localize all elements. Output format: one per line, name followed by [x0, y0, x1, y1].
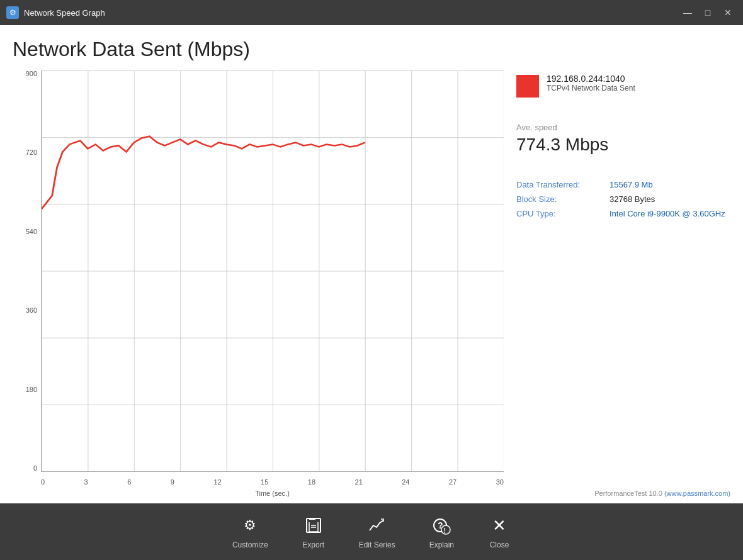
svg-rect-1	[309, 518, 315, 520]
minimize-button[interactable]: —	[679, 5, 696, 20]
legend-title: 192.168.0.244:1040	[547, 74, 635, 84]
stat-label-block-size: Block Size:	[516, 194, 604, 204]
y-axis: 0 180 360 540 720 900	[13, 70, 41, 472]
stat-label-cpu-type: CPU Type:	[516, 209, 604, 218]
svg-text:!: !	[444, 527, 446, 534]
stat-label-data-transferred: Data Transferred:	[516, 180, 604, 189]
close-icon: ✕	[488, 514, 511, 537]
window-close-button[interactable]: ✕	[719, 5, 737, 20]
x-label-6: 6	[127, 478, 131, 486]
stat-value-block-size: 32768 Bytes	[610, 194, 655, 204]
export-button[interactable]: Export	[295, 509, 332, 554]
x-label-27: 27	[449, 478, 457, 486]
y-label-540: 540	[13, 228, 41, 235]
x-axis-title: Time (sec.)	[41, 490, 504, 497]
x-label-0: 0	[41, 478, 45, 486]
right-panel: 192.168.0.244:1040 TCPv4 Network Data Se…	[516, 70, 730, 497]
x-label-18: 18	[308, 478, 315, 486]
stat-row-data-transferred: Data Transferred: 15567.9 Mb	[516, 180, 730, 189]
stat-value-cpu-type: Intel Core i9-9900K @ 3.60GHz	[610, 209, 725, 218]
main-content: Network Data Sent (Mbps) 0 180 360 540 7…	[0, 25, 743, 503]
explain-icon: ? !	[430, 514, 453, 537]
stats-section: Data Transferred: 15567.9 Mb Block Size:…	[516, 180, 730, 218]
stat-value-data-transferred: 15567.9 Mb	[610, 180, 653, 189]
edit-series-label: Edit Series	[359, 540, 395, 549]
customize-button[interactable]: ⚙ Customize	[225, 509, 276, 554]
explain-button[interactable]: ? ! Explain	[422, 509, 462, 554]
y-label-0: 0	[13, 465, 41, 472]
chart-container	[41, 70, 504, 472]
x-axis: 0 3 6 9 12 15 18 21 24 27 30	[41, 478, 504, 486]
x-label-3: 3	[84, 478, 88, 486]
footer-text: PerformanceTest 10.0 (www.passmark.com)	[516, 486, 730, 497]
legend-subtitle: TCPv4 Network Data Sent	[547, 84, 635, 92]
customize-label: Customize	[232, 540, 268, 549]
stat-row-block-size: Block Size: 32768 Bytes	[516, 194, 730, 204]
footer-link[interactable]: (www.passmark.com)	[664, 490, 730, 497]
avg-speed-section: Ave. speed 774.3 Mbps	[516, 123, 730, 155]
page-title: Network Data Sent (Mbps)	[13, 38, 730, 61]
avg-speed-label: Ave. speed	[516, 123, 730, 132]
chart-svg	[42, 70, 504, 471]
close-button[interactable]: ✕ Close	[480, 509, 518, 554]
x-label-9: 9	[171, 478, 174, 486]
export-icon	[302, 514, 325, 537]
window-controls: — □ ✕	[679, 5, 737, 20]
chart-area: 0 180 360 540 720 900	[13, 70, 504, 497]
maximize-button[interactable]: □	[699, 5, 717, 20]
edit-series-icon	[366, 514, 389, 537]
footer-product: PerformanceTest 10.0	[594, 490, 662, 497]
window-title: Network Speed Graph	[24, 8, 679, 18]
y-label-360: 360	[13, 307, 41, 314]
y-label-900: 900	[13, 70, 41, 77]
stat-row-cpu-type: CPU Type: Intel Core i9-9900K @ 3.60GHz	[516, 209, 730, 218]
avg-speed-value: 774.3 Mbps	[516, 135, 730, 155]
legend-text: 192.168.0.244:1040 TCPv4 Network Data Se…	[547, 74, 635, 92]
edit-series-button[interactable]: Edit Series	[351, 509, 403, 554]
content-row: 0 180 360 540 720 900	[13, 70, 730, 497]
x-label-24: 24	[402, 478, 409, 486]
legend-color-swatch	[516, 75, 539, 98]
x-label-12: 12	[213, 478, 221, 486]
y-label-180: 180	[13, 386, 41, 393]
close-label: Close	[490, 540, 509, 549]
export-label: Export	[302, 540, 324, 549]
y-label-720: 720	[13, 149, 41, 156]
customize-icon: ⚙	[239, 514, 261, 537]
speed-line	[42, 137, 365, 209]
x-label-21: 21	[355, 478, 363, 486]
x-label-30: 30	[496, 478, 504, 486]
legend-item: 192.168.0.244:1040 TCPv4 Network Data Se…	[516, 74, 730, 98]
x-label-15: 15	[261, 478, 268, 486]
explain-label: Explain	[429, 540, 454, 549]
toolbar: ⚙ Customize Export Edit Series	[0, 503, 743, 560]
app-icon: ⚙	[6, 6, 19, 19]
title-bar: ⚙ Network Speed Graph — □ ✕	[0, 0, 743, 25]
